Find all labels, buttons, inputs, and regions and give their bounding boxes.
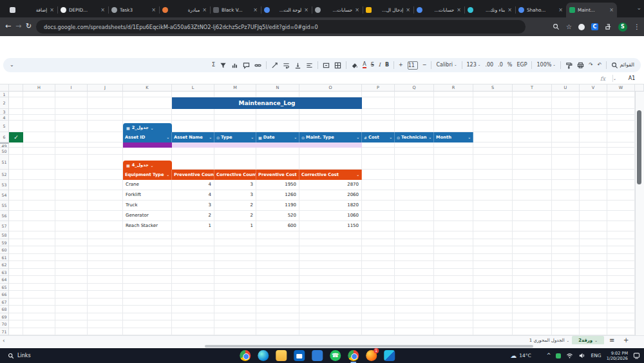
browser-tab[interactable]: Shaho...× [515,3,566,17]
row-header[interactable]: 57 [0,221,9,231]
browser-tab[interactable]: لوحة الت...× [261,3,312,17]
row-header[interactable]: 50 [0,148,9,155]
table-cell[interactable]: 1950 [256,180,299,190]
vertical-scrollbar-thumb[interactable] [637,110,641,184]
column-header[interactable]: L [172,84,214,92]
column-header[interactable]: J [88,84,123,92]
table-cell[interactable]: 1820 [299,201,362,211]
table1-header-cell[interactable]: Asset Name⌄ [172,132,214,142]
chevron-down-icon[interactable]: ⌄ [356,135,359,139]
font-select[interactable]: Calibri⌄ [436,63,457,68]
table-cell[interactable]: 1060 [299,211,362,221]
vertical-align-button[interactable] [294,62,301,69]
table1-header-cell[interactable]: ⊙Maint. Type⌄ [299,132,362,142]
refresh-icon[interactable]: ↻ [26,22,32,31]
sheet-tab-pivot[interactable]: الجدول المحوري 1⌄ [528,336,571,345]
wifi-icon[interactable] [566,352,573,359]
forward-icon[interactable]: → [15,22,21,31]
table-cell[interactable]: 2 [172,211,214,221]
table-cell[interactable]: 4 [172,180,214,190]
browser-tab[interactable]: إضافة× [6,3,57,17]
browser-tab[interactable]: Black V...× [210,3,261,17]
strikethrough-button[interactable]: S [371,63,374,68]
row-header[interactable]: 54 [0,190,9,201]
browser-tab[interactable]: حسابات...× [413,3,464,17]
tab-close-icon[interactable]: × [507,8,512,13]
tray-expand-icon[interactable]: ^ [547,353,551,358]
chevron-down-icon[interactable]: ⌄ [166,135,169,139]
table-cell[interactable]: 1 [172,221,214,231]
increase-decimal-button[interactable]: .00 [485,63,493,68]
column-header[interactable]: M [214,84,256,92]
extension-circle-icon[interactable] [578,24,585,30]
currency-format-button[interactable]: EGP [516,63,527,68]
table1-chip[interactable]: ▦جدول_2⌄ [123,123,172,132]
row-header[interactable]: 49 [0,142,9,148]
column-header[interactable]: I [55,84,88,92]
table1-header-cell[interactable]: Month⌄ [434,132,473,142]
chevron-down-icon[interactable]: ⌄ [166,173,169,177]
row-header[interactable]: 63 [0,269,9,277]
search-icon[interactable] [553,23,560,30]
row-header[interactable]: 56 [0,211,9,221]
weather-widget[interactable]: ☁ 14°C [510,352,531,359]
column-header[interactable]: S [473,84,513,92]
decrease-font-size-button[interactable]: − [422,63,427,68]
profile-avatar[interactable]: S [618,23,627,32]
sheet-scroll-button[interactable]: ‹ [3,336,5,345]
tab-close-icon[interactable]: × [406,8,410,13]
whatsapp-icon[interactable]: ☎ [330,350,341,361]
percent-format-button[interactable]: % [507,63,513,68]
column-header[interactable]: N [256,84,299,92]
table-cell[interactable]: Truck [123,201,172,211]
row-header[interactable]: 6 [0,132,9,142]
table-cell[interactable]: 1190 [256,201,299,211]
chevron-down-icon[interactable]: ⌄ [356,173,359,177]
insert-link-button[interactable] [254,62,261,69]
tab-close-icon[interactable]: × [457,8,461,13]
store-icon[interactable] [294,350,305,361]
row-header[interactable]: 58 [0,231,9,239]
table-cell[interactable]: Forklift [123,190,172,201]
table-cell[interactable]: 520 [256,211,299,221]
table-cell[interactable]: 3 [214,180,256,190]
borders-button[interactable] [334,62,341,69]
browser-tab[interactable]: بناء وتك...× [464,3,515,17]
browser-orange-icon[interactable]: 1 [366,350,377,361]
italic-button[interactable]: I [379,63,381,68]
table-cell[interactable]: 2060 [299,190,362,201]
language-indicator[interactable]: ENG [591,353,601,358]
number-format-button[interactable]: 123⌄ [467,63,481,68]
name-box[interactable]: A1 [620,75,644,81]
formula-input[interactable] [0,73,593,84]
chevron-down-icon[interactable]: ⌄ [428,135,431,139]
filter-button[interactable] [220,62,227,69]
address-bar[interactable]: docs.google.com/spreadsheets/d/1Epu6Eqci… [36,20,526,34]
row-header[interactable]: 64 [0,276,9,284]
row-header[interactable]: 65 [0,284,9,291]
bold-button[interactable]: B [385,63,389,68]
toolbar-more-button[interactable]: ⌄ [10,63,14,68]
table-cell[interactable]: 1150 [299,221,362,231]
sheet-title-banner-cell[interactable]: Maintenance_Log [172,97,362,109]
tab-close-icon[interactable]: × [202,8,207,13]
column-header[interactable] [9,84,23,92]
row-header[interactable]: 70 [0,320,9,328]
table-cell[interactable]: 600 [256,221,299,231]
tab-close-icon[interactable]: × [355,8,359,13]
browser-tab[interactable]: DEPID...× [57,3,108,17]
table1-header-cell[interactable]: Asset ID⌄ [123,132,172,142]
horizontal-align-button[interactable] [306,62,313,69]
table-cell[interactable]: 4 [172,190,214,201]
table-cell[interactable]: Crane [123,180,172,190]
bookmark-star-icon[interactable]: ☆ [566,24,572,30]
column-header[interactable]: P [362,84,395,92]
app-icon[interactable] [312,350,323,361]
table1-header-cell[interactable]: ⊙Technician⌄ [395,132,434,142]
edge-icon[interactable] [258,350,269,361]
table-cell[interactable]: Reach Stacker [123,221,172,231]
row-header[interactable]: 1 [0,92,9,97]
extension-c-icon[interactable]: C [591,23,598,30]
table-cell[interactable]: 3 [172,201,214,211]
row-header[interactable]: 5 [0,121,9,132]
